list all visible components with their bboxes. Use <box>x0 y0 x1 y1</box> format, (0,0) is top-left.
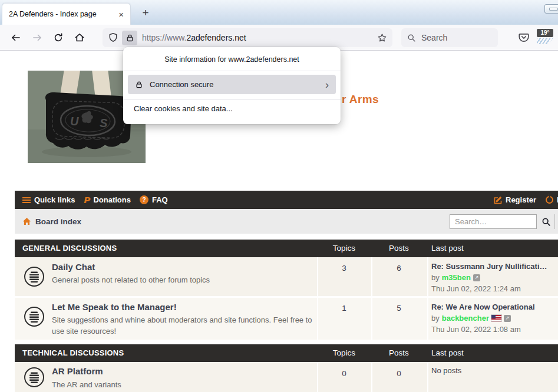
board-index-label: Board index <box>35 217 81 226</box>
home-icon <box>74 32 85 43</box>
column-header-posts: Posts <box>369 240 428 257</box>
by-label: by <box>431 313 440 324</box>
lastpost-author-link[interactable]: m35ben <box>442 272 471 283</box>
rain-icon <box>537 38 553 44</box>
forum-navbar-left: Quick links P Donations ? FAQ <box>22 191 168 209</box>
column-header-topics: Topics <box>315 240 374 257</box>
register-button[interactable]: Register <box>494 195 536 204</box>
pocket-icon[interactable] <box>518 32 530 44</box>
url-scheme: https://www. <box>142 33 186 42</box>
home-button[interactable] <box>71 29 88 46</box>
forum-icon <box>24 367 45 388</box>
tab-strip: 2A Defenders - Index page × + <box>0 0 558 25</box>
clear-cookies-row[interactable]: Clear cookies and site data... <box>134 104 233 113</box>
back-arrow-icon <box>11 32 21 43</box>
column-header-lastpost: Last post <box>431 240 464 257</box>
temperature-badge: 19° <box>537 29 553 37</box>
window-minimize-button[interactable] <box>544 4 558 14</box>
popup-title: Site information for www.2adefenders.net <box>123 47 341 64</box>
column-header-lastpost: Last post <box>431 344 464 362</box>
forum-row-daily-chat: Daily Chat General posts not related to … <box>15 257 558 296</box>
lastpost-time: Thu Jun 02, 2022 1:24 am <box>431 283 556 294</box>
topics-count: 1 <box>315 304 374 313</box>
popup-divider <box>123 71 341 71</box>
category-header-general: GENERAL DISCUSSIONS Topics Posts Last po… <box>15 240 558 257</box>
tab-title: 2A Defenders - Index page <box>9 10 117 18</box>
lastpost-byline: by m35ben ↗ <box>431 272 556 283</box>
forum-title-link[interactable]: Let Me Speak to the Manager! <box>52 302 177 312</box>
chevron-right-icon: › <box>325 79 329 90</box>
paypal-icon: P <box>84 195 90 204</box>
forward-button[interactable] <box>28 29 46 46</box>
search-divider <box>554 214 555 229</box>
home-icon <box>22 217 31 225</box>
goto-post-icon[interactable]: ↗ <box>473 274 480 281</box>
forum-row-manager: Let Me Speak to the Manager! Site sugges… <box>15 298 558 340</box>
search-icon <box>542 217 551 227</box>
posts-count: 5 <box>369 304 428 313</box>
url-domain: 2adefenders.net <box>186 33 246 42</box>
topics-count: 0 <box>315 369 374 378</box>
lock-icon <box>135 81 143 89</box>
tab-close-icon[interactable]: × <box>117 10 126 19</box>
breadcrumb-bar: Board index <box>15 209 558 234</box>
us-flag-icon <box>491 315 501 321</box>
tracking-shield-icon[interactable] <box>108 32 118 43</box>
forum-icon <box>24 306 45 327</box>
donations-label: Donations <box>93 195 131 204</box>
column-header-posts: Posts <box>369 344 428 362</box>
power-icon <box>546 196 553 204</box>
connection-secure-row[interactable]: Connection secure › <box>128 75 336 94</box>
column-separator <box>371 257 372 296</box>
forum-description: The AR and variants <box>52 379 314 390</box>
lastpost-title-link[interactable]: Re: Sussmann Jury Nullificati… <box>431 261 556 272</box>
site-info-popup: Site information for www.2adefenders.net… <box>123 47 341 124</box>
forum-navbar: Quick links P Donations ? FAQ Register <box>15 191 558 209</box>
forum-search-input[interactable] <box>450 214 537 229</box>
site-slogan: r Arms <box>342 93 379 106</box>
address-bar[interactable]: https://www.2adefenders.net <box>103 28 392 47</box>
lastpost-author-link[interactable]: backbencher <box>442 313 489 324</box>
forum-title-link[interactable]: AR Platform <box>52 366 103 376</box>
url-text: https://www.2adefenders.net <box>142 33 374 42</box>
posts-count: 0 <box>369 369 428 378</box>
lastpost-title-link[interactable]: Re: We Are Now Operational <box>431 301 556 313</box>
bookmark-star-icon[interactable] <box>377 33 387 43</box>
category-header-technical: TECHNICAL DISCUSSIONS Topics Posts Last … <box>15 344 558 362</box>
column-separator <box>317 257 318 296</box>
search-icon <box>407 34 416 42</box>
posts-count: 6 <box>369 264 428 273</box>
donations-button[interactable]: P Donations <box>84 195 131 204</box>
hamburger-icon <box>22 197 31 203</box>
reload-button[interactable] <box>49 29 67 46</box>
faq-label: FAQ <box>152 195 168 204</box>
category-name: TECHNICAL DISCUSSIONS <box>22 344 124 362</box>
faq-button[interactable]: ? FAQ <box>140 195 168 204</box>
browser-tab[interactable]: 2A Defenders - Index page × <box>2 3 131 25</box>
forward-arrow-icon <box>32 32 42 43</box>
register-label: Register <box>506 195 536 204</box>
browser-search-placeholder: Search <box>421 33 447 42</box>
forum-title-link[interactable]: Daily Chat <box>52 262 95 272</box>
lastpost-time: Thu Jun 02, 2022 1:08 am <box>431 324 556 335</box>
connection-secure-label: Connection secure <box>150 80 213 89</box>
browser-search-bar[interactable]: Search <box>401 28 498 47</box>
goto-post-icon[interactable]: ↗ <box>504 315 511 322</box>
forum-navbar-right: Register Login <box>494 191 558 209</box>
forum-search-button[interactable] <box>538 214 554 229</box>
login-button[interactable]: Login <box>546 195 558 204</box>
back-button[interactable] <box>7 29 25 46</box>
lock-icon-button[interactable] <box>122 31 137 45</box>
column-separator <box>427 257 428 296</box>
browser-window: 2A Defenders - Index page × + ht <box>0 0 558 392</box>
column-header-topics: Topics <box>315 344 374 362</box>
new-tab-button[interactable]: + <box>138 6 153 20</box>
quick-links-button[interactable]: Quick links <box>22 195 75 204</box>
forum-description: Site suggestions and whine about moderat… <box>52 314 314 337</box>
board-index-link[interactable]: Board index <box>22 209 81 234</box>
topics-count: 3 <box>315 264 374 273</box>
question-icon: ? <box>140 195 148 204</box>
by-label: by <box>431 272 440 283</box>
weather-extension-icon[interactable]: 19° <box>537 29 553 44</box>
quick-links-label: Quick links <box>34 195 75 204</box>
